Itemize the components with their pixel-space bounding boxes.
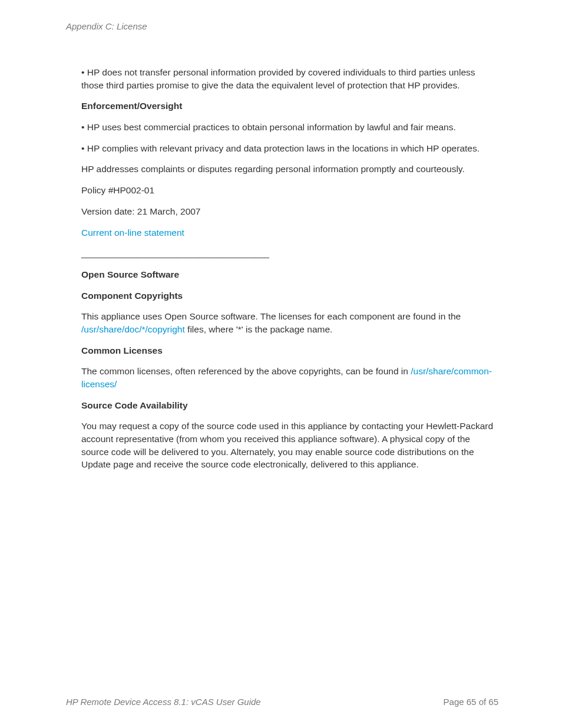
divider-line: _____________________________________ [81,247,498,260]
footer-doc-title: HP Remote Device Access 8.1: vCAS User G… [66,697,261,707]
paragraph-version-date: Version date: 21 March, 2007 [81,205,498,218]
text-component-b: files, where '*' is the package name. [185,324,333,334]
heading-source-code: Source Code Availability [81,399,498,412]
paragraph-online-statement: Current on-line statement [81,226,498,239]
paragraph-best-practices: • HP uses best commercial practices to o… [81,121,498,134]
heading-common-licenses: Common Licenses [81,344,498,357]
header-section-text: Appendix C: License [66,21,147,31]
paragraph-compliance: • HP complies with relevant privacy and … [81,142,498,155]
footer-page-info: Page 65 of 65 [444,697,498,707]
paragraph-complaints: HP addresses complaints or disputes rega… [81,163,498,176]
link-copyright-path[interactable]: /usr/share/doc/*/copyright [81,324,185,334]
heading-open-source: Open Source Software [81,268,498,281]
link-online-statement[interactable]: Current on-line statement [81,228,184,238]
page-footer: HP Remote Device Access 8.1: vCAS User G… [66,697,498,707]
text-component-a: This appliance uses Open Source software… [81,311,461,321]
paragraph-policy-number: Policy #HP002-01 [81,184,498,197]
page-header: Appendix C: License [66,21,147,31]
paragraph-transfer-info: • HP does not transfer personal informat… [81,66,498,91]
text-common-licenses-a: The common licenses, often referenced by… [81,366,411,376]
paragraph-source-code: You may request a copy of the source cod… [81,420,498,471]
document-content: • HP does not transfer personal informat… [81,66,498,479]
heading-component-copyrights: Component Copyrights [81,289,498,302]
paragraph-component-copyrights: This appliance uses Open Source software… [81,310,498,335]
paragraph-common-licenses: The common licenses, often referenced by… [81,365,498,390]
heading-enforcement: Enforcement/Oversight [81,100,498,113]
